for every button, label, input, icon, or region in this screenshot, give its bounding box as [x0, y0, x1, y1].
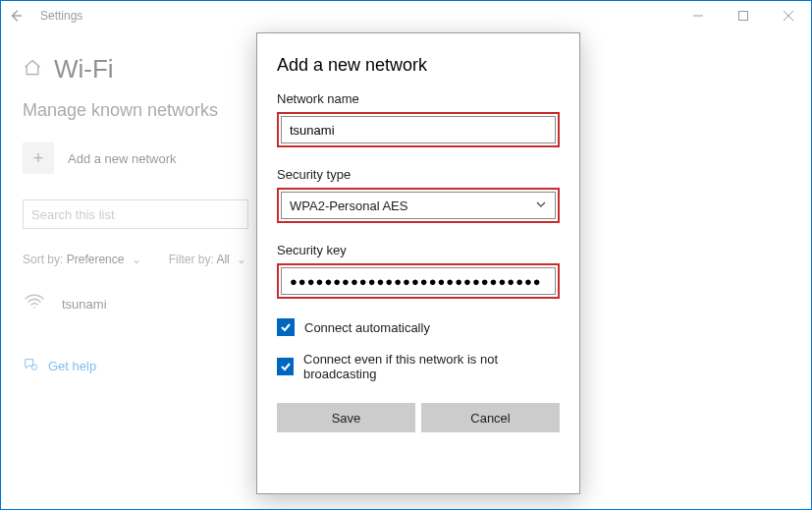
security-key-input[interactable]: ●●●●●●●●●●●●●●●●●●●●●●●●●●●●●: [281, 267, 556, 295]
security-type-select[interactable]: WPA2-Personal AES: [281, 192, 556, 219]
connect-hidden-checkbox[interactable]: [277, 358, 294, 375]
network-name-field-label: Network name: [277, 91, 560, 106]
dialog-title: Add a new network: [277, 55, 560, 76]
cancel-button[interactable]: Cancel: [421, 403, 560, 432]
security-type-value: WPA2-Personal AES: [290, 198, 407, 213]
connect-hidden-label: Connect even if this network is not broa…: [303, 352, 560, 381]
chevron-down-icon: [535, 198, 547, 213]
connect-auto-label: Connect automatically: [304, 320, 430, 335]
security-type-field-label: Security type: [277, 167, 560, 182]
security-key-field-label: Security key: [277, 243, 560, 257]
add-network-dialog: Add a new network Network name Security …: [256, 32, 580, 494]
network-name-input[interactable]: [281, 116, 556, 143]
connect-auto-checkbox[interactable]: [277, 318, 295, 336]
save-button[interactable]: Save: [277, 403, 415, 432]
